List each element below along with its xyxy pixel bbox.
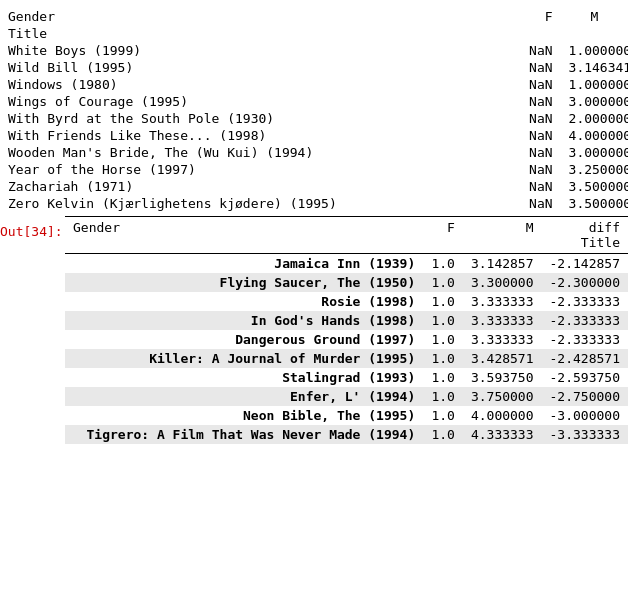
top-row-M: 1.000000 — [561, 76, 628, 93]
bottom-row-F: 1.0 — [423, 368, 463, 387]
bottom-row-M: 4.000000 — [463, 406, 542, 425]
bottom-row-F: 1.0 — [423, 292, 463, 311]
bottom-row-title: Flying Saucer, The (1950) — [65, 273, 423, 292]
top-row-F: NaN — [345, 59, 561, 76]
bottom-table-body: Jamaica Inn (1939)1.03.142857-2.142857Fl… — [65, 254, 628, 445]
bottom-row-F: 1.0 — [423, 273, 463, 292]
bottom-row-diff: -2.333333 — [542, 330, 628, 349]
bottom-row-diff: -3.333333 — [542, 425, 628, 444]
top-row-F: NaN — [345, 195, 561, 212]
top-col-gender: Gender — [0, 8, 345, 25]
table-row: In God's Hands (1998)1.03.333333-2.33333… — [65, 311, 628, 330]
bottom-row-diff: -2.750000 — [542, 387, 628, 406]
bottom-col-M: M — [463, 217, 542, 236]
bottom-row-M: 3.750000 — [463, 387, 542, 406]
bottom-row-M: 3.333333 — [463, 311, 542, 330]
top-row-title: Wings of Courage (1995) — [0, 93, 345, 110]
top-row-title: White Boys (1999) — [0, 42, 345, 59]
bottom-row-M: 3.593750 — [463, 368, 542, 387]
bottom-row-title: Jamaica Inn (1939) — [65, 254, 423, 274]
top-row-title: Year of the Horse (1997) — [0, 161, 345, 178]
table-row: Neon Bible, The (1995)1.04.000000-3.0000… — [65, 406, 628, 425]
top-row-F: NaN — [345, 161, 561, 178]
bottom-col-gender: Gender — [65, 217, 423, 236]
top-table-row: Wooden Man's Bride, The (Wu Kui) (1994)N… — [0, 144, 628, 161]
top-table-row: With Friends Like These... (1998)NaN4.00… — [0, 127, 628, 144]
table-row: Jamaica Inn (1939)1.03.142857-2.142857 — [65, 254, 628, 274]
top-title-row: Title — [0, 25, 628, 42]
bottom-row-diff: -2.333333 — [542, 292, 628, 311]
bottom-col-F: F — [423, 217, 463, 236]
top-table-row: Wild Bill (1995)NaN3.146341NaN — [0, 59, 628, 76]
bottom-title-label: Title — [65, 235, 628, 254]
bottom-row-title: In God's Hands (1998) — [65, 311, 423, 330]
bottom-row-diff: -3.000000 — [542, 406, 628, 425]
top-col-M: M — [561, 8, 628, 25]
top-row-M: 4.000000 — [561, 127, 628, 144]
top-table-row: Zero Kelvin (Kjærlighetens kjødere) (199… — [0, 195, 628, 212]
top-header-row: Gender F M diff — [0, 8, 628, 25]
table-row: Enfer, L' (1994)1.03.750000-2.750000 — [65, 387, 628, 406]
top-table-row: With Byrd at the South Pole (1930)NaN2.0… — [0, 110, 628, 127]
bottom-section: Out[34]: Gender F M diff Title Jamaica I… — [0, 216, 628, 444]
top-row-title: With Byrd at the South Pole (1930) — [0, 110, 345, 127]
top-row-title: Wooden Man's Bride, The (Wu Kui) (1994) — [0, 144, 345, 161]
top-row-title: Wild Bill (1995) — [0, 59, 345, 76]
bottom-row-F: 1.0 — [423, 387, 463, 406]
top-title-label: Title — [0, 25, 628, 42]
bottom-gender-header: Gender F M diff — [65, 217, 628, 236]
bottom-row-diff: -2.333333 — [542, 311, 628, 330]
bottom-table: Gender F M diff Title Jamaica Inn (1939)… — [65, 216, 628, 444]
table-row: Rosie (1998)1.03.333333-2.333333 — [65, 292, 628, 311]
bottom-row-title: Dangerous Ground (1997) — [65, 330, 423, 349]
top-row-M: 3.500000 — [561, 195, 628, 212]
top-table-row: Zachariah (1971)NaN3.500000NaN — [0, 178, 628, 195]
top-row-F: NaN — [345, 42, 561, 59]
bottom-row-title: Tigrero: A Film That Was Never Made (199… — [65, 425, 423, 444]
bottom-row-F: 1.0 — [423, 349, 463, 368]
bottom-row-M: 4.333333 — [463, 425, 542, 444]
bottom-row-F: 1.0 — [423, 254, 463, 274]
bottom-row-title: Killer: A Journal of Murder (1995) — [65, 349, 423, 368]
top-row-F: NaN — [345, 144, 561, 161]
top-row-M: 1.000000 — [561, 42, 628, 59]
top-table-row: Year of the Horse (1997)NaN3.250000NaN — [0, 161, 628, 178]
top-table: Gender F M diff Title White Boys (1999)N… — [0, 8, 628, 212]
table-row: Dangerous Ground (1997)1.03.333333-2.333… — [65, 330, 628, 349]
top-row-M: 3.500000 — [561, 178, 628, 195]
top-row-M: 3.250000 — [561, 161, 628, 178]
top-row-title: With Friends Like These... (1998) — [0, 127, 345, 144]
top-table-row: White Boys (1999)NaN1.000000NaN — [0, 42, 628, 59]
top-row-F: NaN — [345, 76, 561, 93]
bottom-row-diff: -2.428571 — [542, 349, 628, 368]
top-row-title: Windows (1980) — [0, 76, 345, 93]
bottom-row-M: 3.142857 — [463, 254, 542, 274]
top-col-F: F — [345, 8, 561, 25]
top-row-M: 2.000000 — [561, 110, 628, 127]
top-row-M: 3.000000 — [561, 93, 628, 110]
top-table-row: Wings of Courage (1995)NaN3.000000NaN — [0, 93, 628, 110]
bottom-row-F: 1.0 — [423, 311, 463, 330]
top-row-F: NaN — [345, 178, 561, 195]
table-row: Killer: A Journal of Murder (1995)1.03.4… — [65, 349, 628, 368]
bottom-title-header: Title — [65, 235, 628, 254]
bottom-row-M: 3.333333 — [463, 330, 542, 349]
bottom-table-wrap: Gender F M diff Title Jamaica Inn (1939)… — [65, 216, 628, 444]
top-row-M: 3.000000 — [561, 144, 628, 161]
bottom-row-title: Enfer, L' (1994) — [65, 387, 423, 406]
table-row: Tigrero: A Film That Was Never Made (199… — [65, 425, 628, 444]
top-table-row: Windows (1980)NaN1.000000NaN — [0, 76, 628, 93]
bottom-row-diff: -2.593750 — [542, 368, 628, 387]
out-label: Out[34]: — [0, 216, 65, 245]
bottom-row-title: Rosie (1998) — [65, 292, 423, 311]
top-section: Gender F M diff Title White Boys (1999)N… — [0, 0, 628, 216]
bottom-row-F: 1.0 — [423, 425, 463, 444]
top-row-title: Zachariah (1971) — [0, 178, 345, 195]
top-row-F: NaN — [345, 127, 561, 144]
bottom-row-F: 1.0 — [423, 330, 463, 349]
top-row-F: NaN — [345, 110, 561, 127]
bottom-row-M: 3.428571 — [463, 349, 542, 368]
bottom-row-title: Stalingrad (1993) — [65, 368, 423, 387]
top-row-M: 3.146341 — [561, 59, 628, 76]
bottom-row-M: 3.300000 — [463, 273, 542, 292]
